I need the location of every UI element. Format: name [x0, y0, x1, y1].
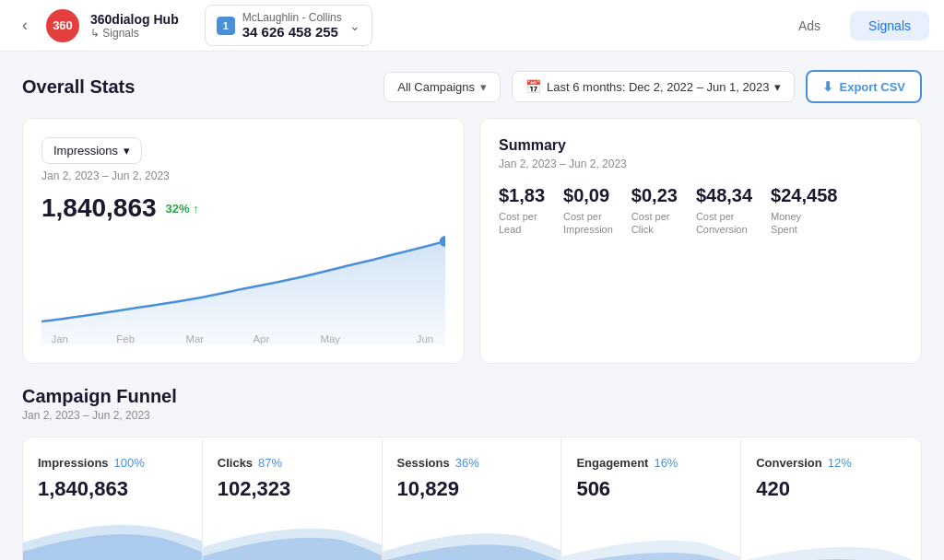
metric-value-3: $48,34: [696, 185, 752, 206]
metric-label-3: Cost perConversion: [696, 210, 752, 237]
funnel-card-value-0: 1,840,863: [38, 477, 187, 501]
account-number: 34 626 458 255: [242, 24, 342, 40]
funnel-card-name-3: Engagement: [576, 456, 648, 470]
account-num-badge: 1: [217, 17, 235, 35]
metric-selector[interactable]: Impressions ▾: [41, 137, 142, 164]
summary-date: Jan 2, 2023 – Jun 2, 2023: [499, 158, 903, 170]
metric-value-1: $0,09: [563, 185, 613, 206]
chart-main-value: 1,840,863: [41, 193, 157, 223]
account-selector[interactable]: 1 McLaughlin - Collins 34 626 458 255 ⌄: [205, 5, 372, 46]
campaign-funnel-section: Campaign Funnel Jan 2, 2023 – Jun 2, 202…: [22, 386, 922, 560]
funnel-cards: Impressions 100% 1,840,863 Clicks 87% 10…: [22, 437, 922, 560]
account-details: McLaughlin - Collins 34 626 458 255: [242, 11, 342, 40]
funnel-card-value-2: 10,829: [397, 477, 547, 501]
export-label: Export CSV: [839, 80, 905, 94]
calendar-icon: 📅: [525, 79, 541, 94]
funnel-title: Campaign Funnel: [22, 386, 922, 407]
account-name: McLaughlin - Collins: [242, 11, 342, 24]
stats-row: Impressions ▾ Jan 2, 2023 – Jun 2, 2023 …: [22, 118, 922, 364]
metric-value-4: $24,458: [771, 185, 837, 206]
metric-label-4: MoneySpent: [771, 210, 837, 237]
chevron-down-icon: ⌄: [349, 18, 360, 33]
funnel-card-value-1: 102,323: [218, 477, 367, 501]
funnel-card-pct-4: 12%: [828, 456, 852, 470]
funnel-card-clicks: Clicks 87% 102,323: [203, 438, 383, 560]
funnel-card-name-4: Conversion: [756, 456, 822, 470]
overall-stats-header: Overall Stats All Campaigns ▾ 📅 Last 6 m…: [22, 70, 922, 103]
campaigns-filter-button[interactable]: All Campaigns ▾: [384, 72, 501, 102]
funnel-card-pct-0: 100%: [114, 456, 145, 470]
download-icon: ⬇: [822, 79, 833, 94]
summary-metrics: $1,83 Cost perLead $0,09 Cost perImpress…: [499, 185, 903, 237]
metric-chevron-icon: ▾: [124, 144, 130, 158]
chart-area: Jan Feb Mar Apr May Jun: [41, 234, 445, 344]
signals-nav-button[interactable]: Signals: [850, 11, 929, 41]
chart-value-row: 1,840,863 32% ↑: [41, 193, 445, 223]
date-chevron-icon: ▾: [774, 80, 781, 94]
main-content: Overall Stats All Campaigns ▾ 📅 Last 6 m…: [0, 52, 944, 560]
hub-name: 360dialog Hub: [90, 12, 179, 27]
funnel-card-pct-3: 16%: [654, 456, 678, 470]
svg-text:May: May: [320, 333, 340, 344]
metric-label-1: Cost perImpression: [563, 210, 613, 237]
svg-text:Feb: Feb: [116, 333, 135, 344]
svg-text:Jan: Jan: [51, 333, 67, 344]
metric-value-2: $0,23: [631, 185, 678, 206]
chart-card: Impressions ▾ Jan 2, 2023 – Jun 2, 2023 …: [22, 118, 465, 364]
campaigns-chevron-icon: ▾: [480, 80, 487, 94]
hub-sub: Signals: [90, 27, 179, 40]
funnel-card-value-4: 420: [756, 477, 906, 501]
header: ‹ 360 360dialog Hub Signals 1 McLaughlin…: [0, 0, 944, 52]
chart-growth: 32% ↑: [166, 202, 199, 216]
funnel-card-conversion: Conversion 12% 420: [741, 438, 921, 560]
metric-value-0: $1,83: [499, 185, 545, 206]
date-filter-label: Last 6 months: Dec 2, 2022 – Jun 1, 2023: [547, 80, 769, 94]
metric-label-2: Cost perClick: [631, 210, 678, 237]
funnel-card-pct-1: 87%: [258, 456, 282, 470]
summary-metric-0: $1,83 Cost perLead: [499, 185, 545, 237]
metric-label: Impressions: [53, 144, 118, 158]
export-csv-button[interactable]: ⬇ Export CSV: [806, 70, 922, 103]
funnel-card-name-2: Sessions: [397, 456, 450, 470]
overall-stats-title: Overall Stats: [22, 76, 135, 98]
ads-nav-button[interactable]: Ads: [780, 11, 839, 41]
funnel-card-engagement: Engagement 16% 506: [561, 438, 741, 560]
logo: 360: [46, 9, 79, 42]
chart-date: Jan 2, 2023 – Jun 2, 2023: [41, 169, 445, 182]
funnel-date: Jan 2, 2023 – Jun 2, 2023: [22, 409, 922, 422]
summary-title: Summary: [499, 137, 903, 154]
summary-metric-1: $0,09 Cost perImpression: [563, 185, 613, 237]
funnel-card-name-0: Impressions: [38, 456, 109, 470]
campaigns-filter-label: All Campaigns: [397, 80, 475, 94]
summary-metric-3: $48,34 Cost perConversion: [696, 185, 752, 237]
summary-metric-2: $0,23 Cost perClick: [631, 185, 678, 237]
metric-label-0: Cost perLead: [499, 210, 545, 237]
back-button[interactable]: ‹: [15, 12, 35, 39]
hub-info: 360dialog Hub Signals: [90, 12, 179, 40]
funnel-card-sessions: Sessions 36% 10,829: [383, 438, 562, 560]
summary-card: Summary Jan 2, 2023 – Jun 2, 2023 $1,83 …: [479, 118, 922, 364]
svg-text:Apr: Apr: [253, 333, 269, 344]
svg-text:Jun: Jun: [417, 333, 433, 344]
summary-metric-4: $24,458 MoneySpent: [771, 185, 837, 237]
svg-text:Mar: Mar: [185, 333, 204, 344]
date-filter-button[interactable]: 📅 Last 6 months: Dec 2, 2022 – Jun 1, 20…: [512, 71, 795, 102]
funnel-card-pct-2: 36%: [455, 456, 479, 470]
funnel-card-value-3: 506: [576, 477, 726, 501]
funnel-card-name-1: Clicks: [218, 456, 253, 470]
funnel-card-impressions: Impressions 100% 1,840,863: [23, 438, 203, 560]
